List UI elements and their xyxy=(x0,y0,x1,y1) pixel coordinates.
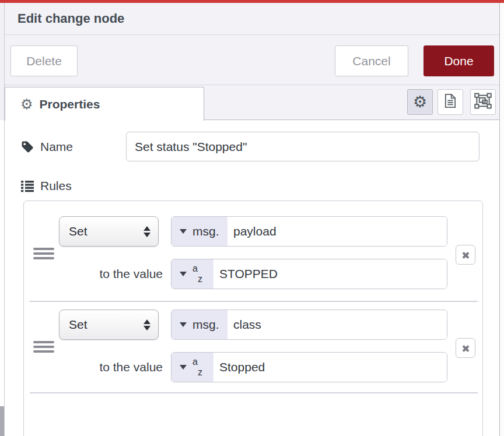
property-input[interactable] xyxy=(228,217,447,246)
property-type-label: msg. xyxy=(192,224,225,238)
rule-property-field: msg. xyxy=(171,216,447,247)
editor-tab-bar: ⚙ Properties ⚙ xyxy=(5,85,499,120)
workspace-edge xyxy=(0,3,5,436)
rules-list: Set msg. to the value xyxy=(23,201,483,436)
rule-drag-handle[interactable] xyxy=(33,341,54,353)
delete-rule-button[interactable] xyxy=(456,245,475,265)
string-type-icon: az xyxy=(192,265,203,283)
name-field-label: Name xyxy=(20,132,73,161)
tab-properties[interactable]: ⚙ Properties xyxy=(5,87,204,121)
properties-panel: Name Rules Set xyxy=(5,120,499,436)
properties-view-button[interactable]: ⚙ xyxy=(407,89,433,115)
select-arrows-icon xyxy=(144,319,150,330)
close-icon xyxy=(462,254,470,256)
rules-section-label: Rules xyxy=(20,176,72,196)
list-icon xyxy=(20,179,34,193)
delete-button[interactable]: Delete xyxy=(10,45,78,76)
workspace-edge-top xyxy=(0,3,4,120)
workspace-edge-bottom xyxy=(0,406,4,436)
group-selection-icon xyxy=(474,92,492,112)
value-type-selector[interactable]: az xyxy=(172,259,214,289)
property-type-label: msg. xyxy=(192,318,225,332)
cancel-button[interactable]: Cancel xyxy=(335,45,408,76)
rule-action-value: Set xyxy=(69,224,144,238)
panel-right-edge xyxy=(500,3,504,436)
chevron-down-icon xyxy=(180,272,187,276)
rules-label-text: Rules xyxy=(40,179,72,193)
gear-icon: ⚙ xyxy=(413,94,427,110)
rule-action-value: Set xyxy=(69,318,144,332)
property-type-selector[interactable]: msg. xyxy=(172,310,228,339)
chevron-down-icon xyxy=(180,322,187,327)
rule-divider xyxy=(30,301,478,302)
name-input[interactable] xyxy=(126,132,480,161)
select-arrows-icon xyxy=(144,226,150,237)
string-type-icon: az xyxy=(192,358,203,376)
description-view-button[interactable] xyxy=(438,89,463,115)
rule-drag-handle[interactable] xyxy=(33,248,54,259)
chevron-down-icon xyxy=(180,365,187,370)
delete-rule-button[interactable] xyxy=(456,338,475,358)
appearance-view-button[interactable] xyxy=(470,89,496,115)
rule-divider xyxy=(30,392,478,393)
tag-icon xyxy=(20,140,34,154)
value-input[interactable] xyxy=(214,259,447,289)
name-label-text: Name xyxy=(40,140,73,154)
rule-action-select[interactable]: Set xyxy=(59,216,159,247)
rule-action-select[interactable]: Set xyxy=(59,310,159,340)
value-type-selector[interactable]: az xyxy=(172,353,214,382)
dialog-header: Edit change node xyxy=(5,3,499,35)
value-input[interactable] xyxy=(214,353,447,382)
dialog-title: Edit change node xyxy=(18,3,124,34)
edit-dialog: Edit change node Delete Cancel Done ⚙ Pr… xyxy=(5,3,500,436)
rule-value-field: az xyxy=(171,352,447,382)
gear-icon: ⚙ xyxy=(20,97,33,111)
tab-properties-label: Properties xyxy=(40,97,100,111)
dialog-button-row: Delete Cancel Done xyxy=(5,35,499,85)
to-the-value-label: to the value xyxy=(59,259,163,289)
document-icon xyxy=(442,93,459,111)
property-input[interactable] xyxy=(228,310,447,339)
property-type-selector[interactable]: msg. xyxy=(172,217,228,246)
rule-value-field: az xyxy=(171,259,447,289)
done-button[interactable]: Done xyxy=(424,45,494,76)
chevron-down-icon xyxy=(180,229,187,234)
node-red-editor: Edit change node Delete Cancel Done ⚙ Pr… xyxy=(0,0,504,436)
to-the-value-label: to the value xyxy=(59,352,163,382)
close-icon xyxy=(462,347,470,350)
rule-property-field: msg. xyxy=(171,310,447,340)
